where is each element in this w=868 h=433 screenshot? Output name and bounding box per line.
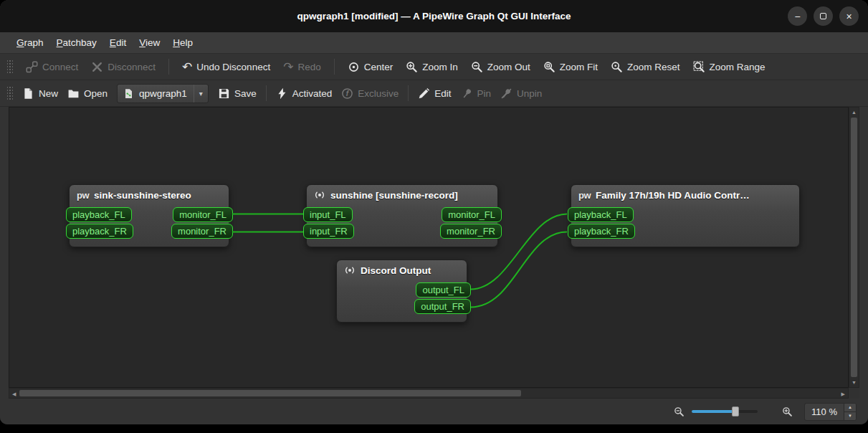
zoom-range-icon: [693, 61, 705, 73]
menu-edit[interactable]: Edit: [103, 34, 133, 52]
patchbay-file-icon: [123, 88, 134, 99]
port-monitor-fr[interactable]: monitor_FR: [171, 224, 233, 239]
zoom-in-button[interactable]: Zoom In: [406, 61, 458, 73]
node-ports: input_FL monitor_FL input_FR monitor_FR: [307, 204, 497, 247]
undo-disconnect-button[interactable]: ↶ Undo Disconnect: [182, 61, 270, 73]
node-discord-output[interactable]: Discord Output output_FL output_FR: [336, 260, 467, 323]
toolbar-separator: [334, 59, 335, 75]
redo-button[interactable]: ↷ Redo: [283, 61, 321, 73]
maximize-button[interactable]: [814, 6, 833, 26]
toolbar-drag-handle[interactable]: [7, 60, 13, 74]
minimize-button[interactable]: −: [788, 6, 807, 26]
zoom-range-label: Zoom Range: [710, 62, 766, 72]
disconnect-button[interactable]: Disconnect: [91, 61, 156, 73]
unpin-button[interactable]: Unpin: [500, 87, 542, 100]
edit-label: Edit: [434, 88, 451, 99]
menu-help[interactable]: Help: [166, 34, 199, 52]
port-playback-fl[interactable]: playback_FL: [568, 207, 634, 222]
vertical-scrollbar[interactable]: ▲ ▼: [849, 107, 859, 388]
menu-patchbay[interactable]: Patchbay: [50, 34, 103, 52]
node-header: pw Family 17h/19h HD Audio Contr…: [571, 185, 799, 204]
chevron-down-icon: ▾: [194, 85, 203, 103]
node-sunshine-record[interactable]: sunshine [sunshine-record] input_FL moni…: [306, 184, 498, 247]
new-button[interactable]: New: [22, 87, 58, 100]
node-header: sunshine [sunshine-record]: [307, 185, 497, 204]
node-title: sink-sunshine-stereo: [94, 190, 191, 201]
patchbay-combo[interactable]: qpwgraph1 ▾: [117, 84, 209, 103]
graph-view: pw sink-sunshine-stereo playback_FL moni…: [9, 107, 859, 399]
pin-button[interactable]: Pin: [461, 87, 492, 100]
center-label: Center: [364, 62, 394, 72]
node-ports: playback_FL playback_FR: [571, 204, 799, 247]
port-output-fl[interactable]: output_FL: [416, 282, 471, 298]
titlebar[interactable]: qpwgraph1 [modified] — A PipeWire Graph …: [0, 0, 868, 32]
scroll-up-icon[interactable]: ▲: [852, 110, 857, 115]
zoom-in-label: Zoom In: [422, 62, 458, 72]
activated-button[interactable]: Activated: [276, 87, 333, 100]
port-playback-fl[interactable]: playback_FL: [66, 207, 132, 222]
scroll-left-icon[interactable]: ◀: [12, 391, 16, 396]
zoom-fit-label: Zoom Fit: [560, 62, 598, 72]
new-label: New: [39, 88, 58, 99]
port-monitor-fl[interactable]: monitor_FL: [173, 207, 233, 222]
close-button[interactable]: ×: [839, 6, 859, 26]
menu-view[interactable]: View: [133, 34, 166, 52]
save-button[interactable]: Save: [218, 87, 257, 100]
port-playback-fr[interactable]: playback_FR: [568, 224, 635, 239]
connect-icon: [26, 61, 38, 73]
port-input-fl[interactable]: input_FL: [303, 207, 353, 222]
pipewire-icon: pw: [578, 190, 591, 201]
activated-bolt-icon: [276, 87, 288, 100]
node-title: Family 17h/19h HD Audio Contr…: [596, 190, 750, 201]
zoom-out-small-icon[interactable]: [674, 406, 685, 417]
zoom-range-button[interactable]: Zoom Range: [693, 61, 766, 73]
zoom-fit-icon: [543, 61, 555, 73]
node-family-hd-audio[interactable]: pw Family 17h/19h HD Audio Contr… playba…: [571, 184, 800, 247]
patchbay-toolbar: New Open qpwgraph1 ▾ Save: [0, 80, 868, 107]
undo-icon: ↶: [182, 61, 192, 73]
port-monitor-fr[interactable]: monitor_FR: [440, 224, 502, 239]
port-monitor-fl[interactable]: monitor_FL: [442, 207, 502, 222]
zoom-spin-up-button[interactable]: ▲: [844, 404, 856, 411]
zoom-in-small-wrap: [782, 406, 793, 417]
graph-canvas[interactable]: pw sink-sunshine-stereo playback_FL moni…: [9, 107, 849, 388]
horizontal-scrollbar-handle[interactable]: [19, 390, 521, 396]
open-label: Open: [84, 88, 108, 99]
zoom-spinbox[interactable]: 110 % ▲ ▼: [804, 403, 857, 421]
edit-button[interactable]: Edit: [418, 87, 451, 100]
zoom-in-icon: [406, 61, 418, 73]
zoom-slider[interactable]: [692, 410, 758, 413]
zoom-in-small-icon[interactable]: [782, 406, 793, 417]
spin-down-icon: ▼: [848, 414, 852, 418]
scroll-down-icon[interactable]: ▼: [852, 380, 857, 385]
port-input-fr[interactable]: input_FR: [303, 224, 354, 239]
activated-label: Activated: [292, 88, 333, 99]
patchbay-combo-value: qpwgraph1: [139, 88, 187, 99]
connect-label: Connect: [42, 62, 78, 72]
exclusive-button[interactable]: f Exclusive: [341, 87, 399, 100]
zoom-slider-handle[interactable]: [732, 406, 739, 417]
scrollbar-corner: [849, 388, 859, 399]
zoom-spin-arrows: ▲ ▼: [844, 404, 856, 420]
zoom-fit-button[interactable]: Zoom Fit: [543, 61, 598, 73]
horizontal-scrollbar[interactable]: ◀ ▶: [9, 388, 849, 399]
zoom-out-button[interactable]: Zoom Out: [471, 61, 530, 73]
port-playback-fr[interactable]: playback_FR: [66, 224, 133, 239]
zoom-spin-down-button[interactable]: ▼: [844, 411, 856, 420]
vertical-scrollbar-handle[interactable]: [851, 118, 857, 377]
app-window: qpwgraph1 [modified] — A PipeWire Graph …: [0, 0, 868, 424]
node-sink-sunshine-stereo[interactable]: pw sink-sunshine-stereo playback_FL moni…: [69, 184, 229, 247]
scroll-right-icon[interactable]: ▶: [841, 391, 845, 396]
zoom-reset-button[interactable]: Zoom Reset: [611, 61, 680, 73]
menu-graph[interactable]: Graph: [10, 34, 50, 52]
center-button[interactable]: Center: [348, 61, 394, 73]
port-output-fr[interactable]: output_FR: [414, 299, 471, 314]
zoom-value[interactable]: 110 %: [805, 404, 844, 420]
toolbar-drag-handle[interactable]: [7, 86, 13, 100]
zoom-out-label: Zoom Out: [487, 62, 530, 72]
connect-button[interactable]: Connect: [26, 61, 78, 73]
open-button[interactable]: Open: [67, 87, 108, 100]
exclusive-icon: f: [341, 87, 353, 100]
redo-icon: ↷: [283, 61, 293, 73]
center-icon: [348, 61, 360, 73]
